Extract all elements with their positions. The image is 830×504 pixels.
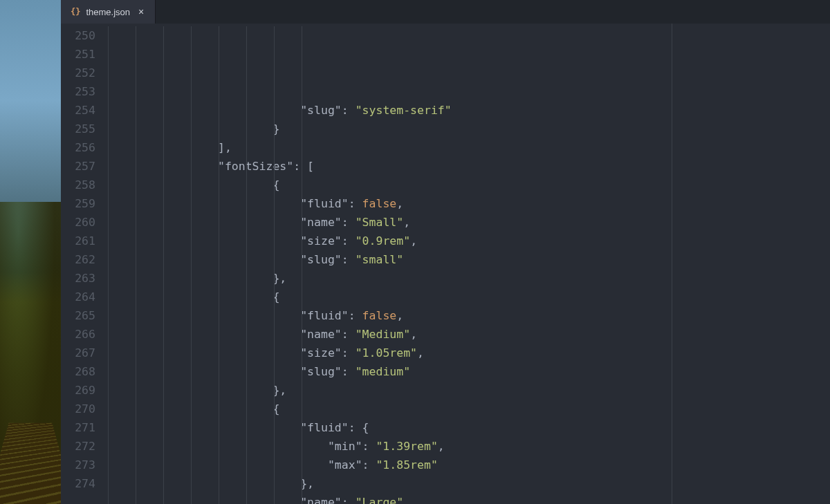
line-number: 255 bbox=[61, 120, 95, 138]
tab-theme-json[interactable]: {} theme.json × bbox=[61, 0, 156, 24]
line-number: 250 bbox=[61, 26, 95, 45]
tab-filename: theme.json bbox=[86, 7, 130, 17]
close-icon[interactable]: × bbox=[136, 6, 147, 17]
line-number: 274 bbox=[61, 474, 95, 493]
line-number: 259 bbox=[61, 194, 95, 213]
code-area[interactable]: 2502512522532542552562572582592602612622… bbox=[61, 24, 830, 504]
code-line[interactable]: "min": "1.39rem", bbox=[108, 437, 830, 456]
code-line[interactable]: "name": "Small", bbox=[108, 213, 830, 232]
line-number: 269 bbox=[61, 381, 95, 400]
line-number: 252 bbox=[61, 64, 95, 82]
line-number: 258 bbox=[61, 176, 95, 194]
code-line[interactable]: }, bbox=[108, 381, 830, 400]
line-number: 254 bbox=[61, 101, 95, 120]
code-line[interactable]: ], bbox=[108, 138, 830, 157]
line-number: 253 bbox=[61, 82, 95, 101]
code-line[interactable]: }, bbox=[108, 474, 830, 493]
desktop-background-strip bbox=[0, 0, 61, 504]
code-line[interactable]: } bbox=[108, 120, 830, 138]
code-line[interactable]: "size": "1.05rem", bbox=[108, 344, 830, 362]
json-icon: {} bbox=[71, 7, 80, 17]
line-number-gutter: 2502512522532542552562572582592602612622… bbox=[61, 24, 108, 504]
code-line[interactable]: }, bbox=[108, 269, 830, 288]
line-number: 272 bbox=[61, 437, 95, 456]
column-ruler bbox=[672, 24, 672, 504]
code-line[interactable]: "max": "1.85rem" bbox=[108, 456, 830, 474]
line-number: 260 bbox=[61, 213, 95, 232]
code-line[interactable]: { bbox=[108, 176, 830, 194]
code-line[interactable]: "slug": "small" bbox=[108, 250, 830, 269]
line-number: 266 bbox=[61, 325, 95, 344]
code-content[interactable]: "slug": "system-serif" } ], "fontSizes":… bbox=[108, 24, 830, 504]
line-number: 261 bbox=[61, 232, 95, 250]
line-number: 256 bbox=[61, 138, 95, 157]
line-number: 268 bbox=[61, 362, 95, 381]
line-number: 264 bbox=[61, 288, 95, 306]
code-line[interactable]: "slug": "system-serif" bbox=[108, 101, 830, 120]
code-line[interactable]: "fontSizes": [ bbox=[108, 157, 830, 176]
code-line[interactable]: "name": "Medium", bbox=[108, 325, 830, 344]
code-line[interactable]: "fluid": false, bbox=[108, 194, 830, 213]
line-number: 270 bbox=[61, 400, 95, 418]
line-number: 251 bbox=[61, 45, 95, 64]
code-line[interactable]: "slug": "medium" bbox=[108, 362, 830, 381]
line-number: 263 bbox=[61, 269, 95, 288]
line-number: 257 bbox=[61, 157, 95, 176]
code-line[interactable]: "name": "Large", bbox=[108, 493, 830, 504]
code-line[interactable]: "fluid": false, bbox=[108, 306, 830, 325]
line-number: 271 bbox=[61, 418, 95, 437]
line-number: 262 bbox=[61, 250, 95, 269]
code-line[interactable]: "size": "0.9rem", bbox=[108, 232, 830, 250]
line-number: 273 bbox=[61, 456, 95, 474]
code-editor: {} theme.json × 250251252253254255256257… bbox=[61, 0, 830, 504]
code-line[interactable]: "fluid": { bbox=[108, 418, 830, 437]
code-line[interactable]: { bbox=[108, 400, 830, 418]
line-number: 265 bbox=[61, 306, 95, 325]
tab-bar: {} theme.json × bbox=[61, 0, 830, 24]
line-number: 267 bbox=[61, 344, 95, 362]
code-line[interactable]: { bbox=[108, 288, 830, 306]
